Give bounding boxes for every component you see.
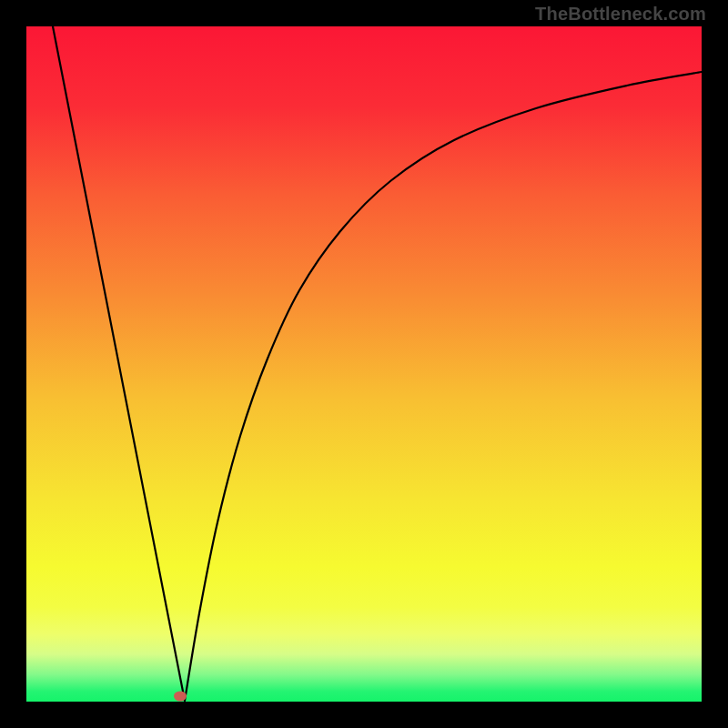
minimum-marker-dot [174,692,187,702]
plot-area [26,26,702,702]
bottleneck-curve [26,26,702,702]
chart-stage: TheBottleneck.com [0,0,728,728]
attribution-watermark: TheBottleneck.com [535,4,706,25]
